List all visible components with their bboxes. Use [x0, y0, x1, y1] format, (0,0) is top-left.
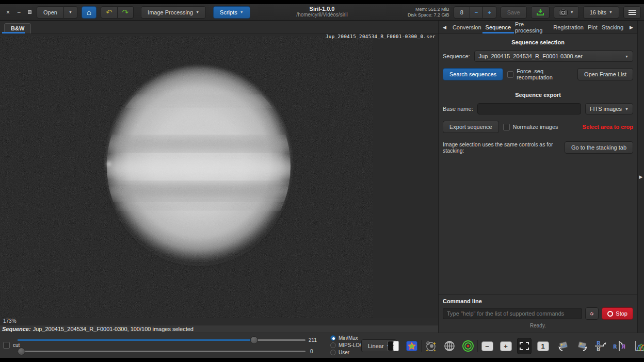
hamburger-icon	[629, 10, 636, 15]
tab-stacking[interactable]: Stacking	[600, 21, 625, 34]
open-frame-list-button[interactable]: Open Frame List	[577, 68, 633, 80]
redo-button[interactable]: ↷	[118, 6, 134, 19]
image-viewer-pane: B&W	[0, 21, 439, 333]
threads-value[interactable]: 8	[454, 6, 470, 19]
sequence-tab-content: Sequence selection Sequence: Jup_200415_…	[439, 34, 637, 294]
sequence-dropdown[interactable]: Jup_200415_204534_R_F0001-0300.ser ▼	[474, 51, 633, 62]
high-level-value: 211	[309, 337, 317, 343]
low-level-value: 0	[310, 349, 313, 354]
display-toolbar: cut 211 0 Min/Max MIPS-LO/HI	[0, 333, 644, 358]
header-right: Mem: 551.2 MiB Disk Space: 7.2 GiB 8 − +…	[408, 6, 641, 19]
rotate-right-icon	[576, 340, 588, 352]
command-status: Ready.	[443, 320, 633, 333]
fit-to-window-button[interactable]	[517, 338, 532, 354]
memory-info: Mem: 551.2 MiB Disk Space: 7.2 GiB	[408, 7, 449, 18]
false-color-button[interactable]	[405, 338, 419, 354]
stop-label: Stop	[616, 310, 627, 317]
one-to-one-icon: 1	[537, 341, 549, 351]
radio-min-max-label: Min/Max	[339, 335, 358, 341]
snapshot-button[interactable]: ▼	[554, 6, 579, 19]
search-sequences-button[interactable]: Search sequences	[443, 68, 503, 80]
zoom-in-button[interactable]: +	[498, 338, 513, 354]
negative-view-icon	[388, 341, 399, 351]
threads-decrement-button[interactable]: −	[470, 6, 483, 19]
mem-value: Mem: 551.2 MiB	[408, 7, 449, 12]
low-level-slider-handle[interactable]	[18, 348, 25, 355]
radio-icon	[330, 335, 336, 341]
psf-target-button[interactable]	[461, 338, 475, 354]
undo-icon: ↶	[106, 8, 112, 17]
levels-sliders	[18, 333, 305, 358]
rotate-right-button[interactable]	[575, 338, 589, 354]
histogram-button[interactable]	[633, 338, 644, 354]
scripts-menu[interactable]: Scripts ▼	[213, 6, 250, 19]
minimize-icon[interactable]: −	[17, 9, 21, 15]
base-name-input[interactable]	[477, 103, 581, 114]
open-recent-button[interactable]: ▼	[64, 6, 77, 19]
force-seq-recomputation-checkbox[interactable]: Force .seq recomputation	[507, 68, 577, 80]
bit-depth-dropdown[interactable]: 16 bits ▼	[583, 6, 619, 19]
flip-horizontal-button[interactable]: R R	[612, 338, 626, 354]
image-processing-label: Image Processing	[148, 9, 193, 15]
lifesaver-icon	[590, 310, 593, 318]
level-values: 211 0	[309, 333, 322, 358]
zoom-out-button[interactable]: −	[480, 338, 494, 354]
export-format-dropdown[interactable]: FITS images ▼	[585, 103, 633, 114]
high-level-slider-handle[interactable]	[250, 336, 258, 344]
color-star-icon	[406, 341, 417, 351]
low-level-slider[interactable]	[18, 348, 305, 355]
panel-collapse-handle[interactable]: ▶	[637, 21, 644, 333]
save-button[interactable]: Save	[501, 6, 527, 19]
export-sequence-button[interactable]: Export sequence	[443, 121, 499, 133]
zoom-level: 173%	[0, 318, 438, 325]
tabs-scroll-right-icon[interactable]: ▶	[627, 25, 635, 30]
grid-button[interactable]	[442, 338, 457, 354]
photometry-icon	[425, 340, 437, 352]
goto-stacking-tab-button[interactable]: Go to the stacking tab	[565, 141, 633, 154]
sequence-selection-title: Sequence selection	[443, 39, 633, 45]
main-menu-button[interactable]	[623, 6, 641, 19]
stop-button[interactable]: Stop	[602, 307, 633, 320]
target-icon	[462, 340, 474, 352]
bit-depth-value: 16 bits	[590, 9, 606, 15]
tab-conversion[interactable]: Conversion	[450, 21, 484, 34]
tabs-scroll-left-icon[interactable]: ◀	[441, 25, 448, 30]
photometry-button[interactable]	[424, 338, 438, 354]
svg-text:R: R	[597, 346, 601, 352]
fit-to-window-icon	[519, 341, 529, 351]
open-button[interactable]: Open	[37, 6, 64, 19]
screen: × − Open ▼ ⌂ ↶ ↷ Image Processing ▼ Scri…	[0, 0, 644, 362]
threads-increment-button[interactable]: +	[483, 6, 496, 19]
header-bar: × − Open ▼ ⌂ ↶ ↷ Image Processing ▼ Scri…	[0, 4, 644, 21]
zoom-in-icon: +	[500, 341, 512, 351]
window-title: Siril-1.0.0 /home/cyril/Vidéos/siril	[296, 6, 347, 18]
command-help-button[interactable]	[585, 307, 599, 320]
save-as-button[interactable]	[531, 6, 550, 19]
checkbox-icon	[507, 71, 513, 78]
scripts-label: Scripts	[220, 9, 237, 15]
undo-button[interactable]: ↶	[101, 6, 118, 19]
image-canvas[interactable]: Jup_200415_204534_R_F0001-0300_0.ser	[0, 34, 438, 318]
main-area: B&W	[0, 21, 644, 333]
tab-registration[interactable]: Registration	[551, 21, 586, 34]
checkbox-icon	[503, 124, 510, 130]
zoom-one-to-one-button[interactable]: 1	[536, 338, 550, 354]
close-icon[interactable]: ×	[6, 9, 10, 15]
high-level-slider[interactable]	[18, 336, 305, 344]
image-display[interactable]	[0, 36, 373, 318]
command-input[interactable]	[443, 308, 582, 319]
svg-text:R: R	[597, 340, 601, 346]
maximize-icon[interactable]	[28, 10, 31, 14]
select-area-to-crop-hint: Select area to crop	[583, 124, 633, 130]
tab-plot[interactable]: Plot	[586, 21, 600, 34]
image-processing-menu[interactable]: Image Processing ▼	[141, 6, 206, 19]
flip-vertical-button[interactable]: R R	[593, 338, 608, 354]
tab-sequence[interactable]: Sequence	[484, 21, 513, 34]
tab-pre-processing[interactable]: Pre-processing	[513, 21, 551, 34]
normalize-images-checkbox[interactable]: Normalize images	[503, 124, 558, 130]
rotate-left-button[interactable]	[556, 338, 571, 354]
chevron-down-icon: ▼	[625, 107, 629, 111]
negative-view-button[interactable]	[386, 338, 400, 354]
force-seq-label: Force .seq recomputation	[517, 68, 577, 80]
home-button[interactable]: ⌂	[82, 6, 96, 19]
